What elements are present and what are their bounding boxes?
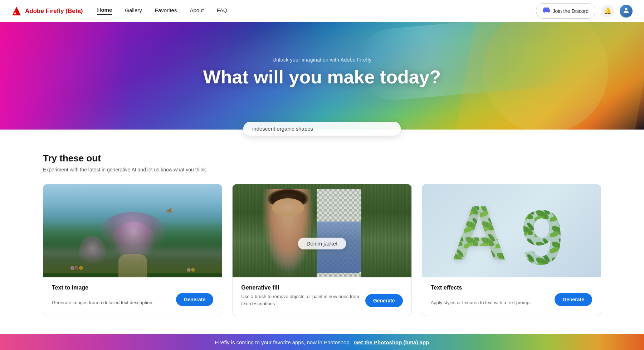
notifications-button[interactable]: 🔔	[601, 5, 614, 18]
hero-subtitle: Unlock your imagination with Adobe Firef…	[273, 57, 371, 63]
discord-icon	[543, 6, 550, 15]
generate-button-genfill[interactable]: Generate	[365, 294, 403, 307]
brand-name: Adobe Firefly (Beta)	[25, 8, 83, 15]
svg-rect-17	[519, 191, 574, 270]
card-image-fantasy: 🦋 🌸🌺🌼 🌸🌼	[43, 184, 222, 277]
hero-content: Unlock your imagination with Adobe Firef…	[0, 22, 644, 130]
nav-links: Home Gallery Favorites About FAQ	[97, 7, 536, 15]
card-body-textfx: Text effects Apply styles or textures to…	[422, 277, 601, 315]
section-subtitle: Experiment with the latest in generative…	[43, 167, 601, 172]
cards-grid: 🦋 🌸🌺🌼 🌸🌼 Text to image Generate images f…	[43, 184, 601, 316]
svg-text:A: A	[14, 11, 16, 15]
nav-home[interactable]: Home	[97, 7, 112, 15]
card-body-genfill: Generative fill Use a brush to remove ob…	[233, 277, 411, 316]
avatar-icon	[622, 6, 630, 15]
nav-gallery[interactable]: Gallery	[125, 7, 142, 15]
generate-button-textfx[interactable]: Generate	[555, 293, 592, 306]
genfill-prompt: Denim jacket	[298, 238, 346, 249]
navbar: A Adobe Firefly (Beta) Home Gallery Favo…	[0, 0, 644, 22]
search-container	[0, 122, 644, 136]
nav-right: Join the Discord 🔔	[536, 3, 633, 19]
svg-rect-10	[448, 186, 511, 265]
user-avatar[interactable]	[620, 5, 633, 18]
section-title: Try these out	[43, 153, 601, 164]
hero-title: What will you make today?	[203, 66, 441, 88]
card-desc-genfill: Use a brush to remove objects, or paint …	[241, 293, 363, 307]
hero-banner: Unlock your imagination with Adobe Firef…	[0, 22, 644, 130]
card-image-genfill: Denim jacket	[233, 184, 411, 277]
discord-label: Join the Discord	[553, 8, 589, 14]
nav-about[interactable]: About	[190, 7, 204, 15]
nav-faq[interactable]: FAQ	[217, 7, 228, 15]
nav-favorites[interactable]: Favorites	[155, 7, 177, 15]
card-title-textfx: Text effects	[431, 285, 592, 291]
card-generative-fill: Denim jacket Generative fill Use a brush…	[232, 184, 411, 316]
card-image-textfx: A	[422, 184, 601, 277]
card-text-effects: A	[422, 184, 601, 316]
card-title-text-to-image: Text to image	[52, 285, 213, 291]
card-footer-genfill: Use a brush to remove objects, or paint …	[241, 293, 402, 307]
card-desc-textfx: Apply styles or textures to text with a …	[431, 299, 532, 306]
letter-9-svg: 9	[518, 191, 575, 270]
main-section: Try these out Experiment with the latest…	[0, 136, 644, 327]
search-bar	[243, 122, 401, 136]
card-footer-textfx: Apply styles or textures to text with a …	[431, 293, 592, 306]
discord-button[interactable]: Join the Discord	[536, 3, 595, 19]
svg-marker-1	[16, 7, 21, 15]
svg-point-3	[625, 8, 627, 10]
generate-button-text-to-image[interactable]: Generate	[176, 293, 214, 306]
card-footer-text-to-image: Generate images from a detailed text des…	[52, 293, 213, 306]
brand-logo[interactable]: A Adobe Firefly (Beta)	[11, 6, 83, 16]
letter-a-svg: A	[448, 186, 512, 265]
adobe-logo-icon: A	[11, 6, 21, 16]
card-desc-text-to-image: Generate images from a detailed text des…	[52, 299, 153, 306]
search-input[interactable]	[252, 126, 392, 132]
card-text-to-image: 🦋 🌸🌺🌼 🌸🌼 Text to image Generate images f…	[43, 184, 222, 316]
bell-icon: 🔔	[604, 7, 611, 15]
card-title-genfill: Generative fill	[241, 285, 402, 291]
card-body-text-to-image: Text to image Generate images from a det…	[43, 277, 222, 315]
